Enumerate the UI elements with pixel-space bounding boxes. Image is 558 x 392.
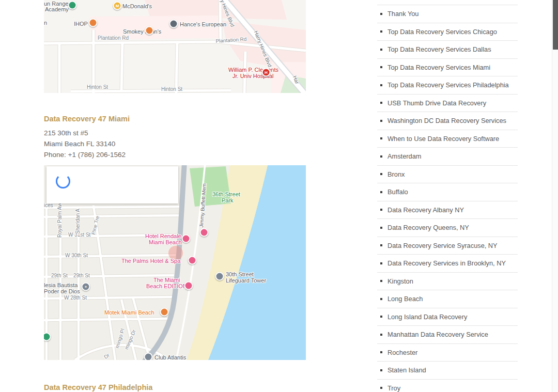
page: un RangeAcademynMcDonald'sIHOPSmokey Joh…	[0, 0, 558, 392]
bullet-icon	[380, 244, 382, 246]
map-marker-icon	[68, 1, 77, 10]
bullet-icon	[380, 369, 382, 371]
sidebar-link-label: Top Data Recovery Services Philadelphia	[388, 81, 509, 89]
bullet-icon	[380, 262, 382, 264]
sidebar-link-label: Bronx	[388, 170, 405, 178]
map-marker-icon	[215, 272, 224, 281]
bullet-icon	[380, 30, 382, 33]
miami-address-line1: 215 30th st #5	[44, 128, 307, 138]
sidebar-link-label: Top Data Recovery Services Chicago	[388, 28, 497, 36]
bullet-icon	[380, 280, 382, 282]
sidebar-link[interactable]: Amsterdam	[377, 148, 518, 166]
sidebar-link-label: Manhattan Data Recovery Service	[388, 331, 488, 338]
map-marker-icon	[160, 308, 169, 317]
sidebar-link[interactable]: Data Recovery Albany NY	[377, 201, 518, 219]
sidebar-link[interactable]: Data Recovery Queens, NY	[377, 219, 518, 237]
sidebar-link-label: Long Beach	[388, 295, 423, 303]
sidebar-link[interactable]: USB Thumb Drive Data Recovery	[377, 95, 518, 113]
sidebar-link[interactable]: Long Beach	[377, 290, 518, 308]
bullet-icon	[380, 13, 382, 15]
sidebar-link[interactable]: Thank You	[377, 5, 518, 23]
map-marker-icon: H	[262, 68, 271, 77]
scrollbar-thumb[interactable]	[553, 0, 558, 50]
philadelphia-title: Data Recovery 47 Philadelphia	[44, 383, 152, 391]
sidebar-link-label: When to Use Data Recovery Software	[388, 135, 499, 143]
bullet-icon	[380, 49, 382, 51]
sidebar-link[interactable]: Data Recovery Service Syracuse, NY	[377, 237, 518, 255]
bullet-icon	[380, 155, 382, 158]
sidebar-link[interactable]: Buffalo	[377, 183, 518, 201]
miami-address-line2: Miami Beach FL 33140	[44, 138, 307, 149]
sidebar-link-label: Thank You	[388, 10, 419, 18]
sidebar-link-label: Data Recovery Services in Brooklyn, NY	[388, 259, 506, 267]
bullet-icon	[380, 387, 382, 389]
sidebar-link[interactable]: Bronx	[377, 166, 518, 184]
loading-spinner-icon	[56, 174, 70, 189]
sidebar-link[interactable]: Washington DC Data Recovery Services	[377, 112, 518, 130]
bullet-icon	[380, 173, 382, 175]
map-marker-icon	[200, 228, 209, 237]
sidebar-list: Thank YouTop Data Recovery Services Chic…	[377, 5, 518, 392]
sidebar-link-label: Washington DC Data Recovery Services	[388, 117, 506, 124]
miami-title: Data Recovery 47 Miami	[44, 115, 307, 123]
sidebar-link-label: Amsterdam	[388, 152, 421, 160]
sidebar-link-label: Troy	[388, 384, 400, 392]
sidebar-link-label: Kingston	[388, 277, 413, 285]
map-marker-icon	[188, 256, 197, 265]
map-marker-icon	[184, 281, 193, 290]
sidebar-link-label: Top Data Recovery Services Dallas	[388, 45, 491, 53]
bullet-icon	[380, 316, 382, 318]
dallas-map-markers: MH	[44, 0, 306, 93]
sidebar-link-label: Data Recovery Service Syracuse, NY	[388, 242, 498, 249]
map-marker-icon: +	[82, 283, 90, 291]
miami-phone: Phone: +1 (786) 206-1562	[44, 149, 307, 160]
sidebar-link[interactable]: Top Data Recovery Services Philadelphia	[377, 76, 518, 95]
sidebar-link-label: Long Island Data Recovery	[388, 313, 467, 321]
sidebar-link-label: Buffalo	[388, 188, 408, 196]
map-marker-icon	[182, 234, 191, 243]
bullet-icon	[380, 191, 382, 193]
sidebar-link[interactable]: Rochester	[377, 344, 518, 362]
map-marker-icon	[89, 19, 98, 27]
sidebar-link-label: Data Recovery Albany NY	[388, 206, 464, 214]
bullet-icon	[380, 66, 382, 68]
bullet-icon	[380, 334, 382, 336]
bullet-icon	[380, 137, 382, 139]
bullet-icon	[380, 227, 382, 229]
scrollbar[interactable]	[552, 0, 558, 392]
sidebar-link-label: Staten Island	[388, 366, 426, 374]
sidebar-link[interactable]: Data Recovery Services in Brooklyn, NY	[377, 255, 518, 273]
map-marker-icon	[44, 333, 51, 341]
miami-map[interactable]: 36th StreetParkHotel RendaleMiami BeachT…	[44, 165, 306, 360]
bullet-icon	[380, 298, 382, 300]
sidebar-link[interactable]: Manhattan Data Recovery Service	[377, 326, 518, 344]
bullet-icon	[380, 84, 382, 86]
bullet-icon	[380, 209, 382, 211]
sidebar-link-label: Top Data Recovery Services Miami	[388, 64, 490, 71]
map-marker-icon	[169, 20, 178, 28]
map-info-loading-box	[47, 166, 178, 203]
sidebar-link-label: USB Thumb Drive Data Recovery	[388, 99, 486, 107]
map-marker-icon	[145, 26, 154, 35]
sidebar-link[interactable]: When to Use Data Recovery Software	[377, 130, 518, 148]
sidebar-link-label: Data Recovery Queens, NY	[388, 224, 469, 231]
bullet-icon	[380, 120, 382, 122]
sidebar-link-label: Rochester	[388, 349, 417, 356]
sidebar-link[interactable]: Top Data Recovery Services Dallas	[377, 41, 518, 59]
miami-location: Data Recovery 47 Miami 215 30th st #5 Mi…	[44, 115, 307, 160]
sidebar-link[interactable]: Top Data Recovery Services Miami	[377, 59, 518, 77]
bullet-icon	[380, 351, 382, 353]
sidebar-link[interactable]: Staten Island	[377, 362, 518, 380]
sidebar: Thank YouTop Data Recovery Services Chic…	[377, 5, 518, 392]
bullet-icon	[380, 102, 382, 104]
sidebar-link[interactable]: Kingston	[377, 273, 518, 291]
sidebar-link[interactable]: Top Data Recovery Services Chicago	[377, 23, 518, 41]
map-marker-icon: M	[113, 2, 122, 10]
dallas-map[interactable]: un RangeAcademynMcDonald'sIHOPSmokey Joh…	[44, 0, 306, 93]
sidebar-link[interactable]: Troy	[377, 380, 518, 392]
sidebar-link[interactable]: Long Island Data Recovery	[377, 308, 518, 326]
map-marker-icon	[144, 353, 153, 360]
